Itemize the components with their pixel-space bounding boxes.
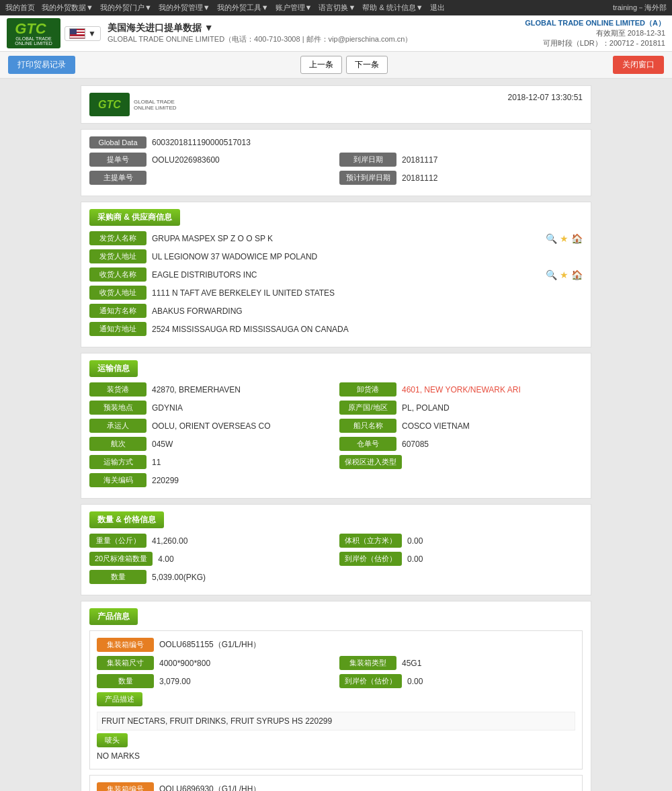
next-button-top[interactable]: 下一条 <box>346 56 388 74</box>
shipper-name-row: 发货人名称 GRUPA MASPEX SP Z O O SP K 🔍 ★ 🏠 <box>89 231 583 245</box>
consignee-name-row: 收货人名称 EAGLE DISTRIBUTORS INC 🔍 ★ 🏠 <box>89 267 583 282</box>
carrier-label: 承运人 <box>89 419 146 433</box>
notify-name-row: 通知方名称 ABAKUS FORWARDING <box>89 304 583 318</box>
transport-card: 运输信息 装货港 42870, BREMERHAVEN 卸货港 4601, NE… <box>81 353 591 499</box>
product-card: 产品信息 集装箱编号 OOLU6851155（G1/L/HH） 集装箱尺寸 40… <box>81 601 591 791</box>
nav-language[interactable]: 语言切换▼ <box>319 3 355 13</box>
contact-info: GLOBAL TRADE ONLINE LIMITED（电话：400-710-3… <box>108 34 525 44</box>
container20-label: 20尺标准箱数量 <box>89 552 153 566</box>
product1-size-label: 集装箱尺寸 <box>97 656 154 670</box>
bonded-row: 保税区进入类型 <box>339 455 583 469</box>
unloading-port-row: 卸货港 4601, NEW YORK/NEWARK ARI <box>339 382 583 397</box>
supplier-section-header: 采购商 & 供应商信息 <box>89 209 180 226</box>
weight-label: 重量（公斤） <box>89 534 146 548</box>
close-button-top[interactable]: 关闭窗口 <box>613 56 664 74</box>
unloading-port-value: 4601, NEW YORK/NEWARK ARI <box>402 385 583 394</box>
nav-trade-data[interactable]: 我的外贸数据▼ <box>42 3 93 13</box>
logo-text: GTC <box>15 22 52 36</box>
company-logo: GTC GLOBAL TRADEONLINE LIMITED <box>7 18 60 48</box>
product2-container-no-label: 集装箱编号 <box>97 782 154 791</box>
dest-row: 预装地点 GDYNIA <box>89 401 333 415</box>
master-bill-label: 主提单号 <box>89 171 146 185</box>
product2-container-no-value: OOLU6896930（G1/L/HH） <box>159 784 575 791</box>
container20-value: 4.00 <box>158 554 333 564</box>
product1-container-no-value: OOLU6851155（G1/L/HH） <box>159 639 575 651</box>
nav-menu[interactable]: 我的首页 我的外贸数据▼ 我的外贸门户▼ 我的外贸管理▼ 我的外贸工具▼ 账户管… <box>5 3 450 13</box>
nav-home[interactable]: 我的首页 <box>5 3 35 13</box>
unloading-port-label: 卸货港 <box>339 382 396 397</box>
loading-port-row: 装货港 42870, BREMERHAVEN <box>89 382 333 397</box>
master-bill-col: 主提单号 <box>89 171 333 189</box>
product-2: 集装箱编号 OOLU6896930（G1/L/HH） 集装箱尺寸 4000*90… <box>89 775 583 791</box>
consignee-addr-row: 收货人地址 1111 N TAFT AVE BERKELEY IL UNITED… <box>89 286 583 300</box>
bill-no-label: 提单号 <box>89 153 146 167</box>
transport-mode-label: 运输方式 <box>89 455 146 469</box>
estimated-date-value: 20181112 <box>402 173 583 183</box>
consignee-name-value-row: EAGLE DISTRIBUTORS INC 🔍 ★ 🏠 <box>152 269 583 280</box>
product1-size-type-row: 集装箱尺寸 4000*900*800 集装箱类型 45G1 <box>97 656 575 674</box>
global-data-label: Global Data <box>89 136 146 149</box>
global-data-row: Global Data 6003201811190000517013 <box>89 136 583 149</box>
notify-addr-row: 通知方地址 2524 MISSISSAUGA RD MISSISSAUGA ON… <box>89 322 583 336</box>
vessel-label: 船只名称 <box>339 419 396 433</box>
product1-type-value: 45G1 <box>402 659 575 668</box>
voyage-label: 航次 <box>89 437 146 451</box>
home-icon-consignee[interactable]: 🏠 <box>571 269 583 280</box>
nav-help[interactable]: 帮助 & 统计信息▼ <box>362 3 423 13</box>
shipper-addr-label: 发货人地址 <box>89 249 146 263</box>
header-bar: GTC GLOBAL TRADEONLINE LIMITED ▼ 美国海关进口提… <box>0 15 672 52</box>
bill-no-value: OOLU2026983600 <box>152 155 333 165</box>
product1-desc-section: 产品描述 FRUIT NECTARS, FRUIT DRINKS, FRUIT … <box>97 692 575 731</box>
origin-value: PL, POLAND <box>402 403 583 413</box>
account-company: GLOBAL TRADE ONLINE LIMITED（A） <box>525 18 665 28</box>
main-content: GTC GLOBAL TRADEONLINE LIMITED 2018-12-0… <box>67 79 605 791</box>
nav-account[interactable]: 账户管理▼ <box>276 3 312 13</box>
star-icon-consignee[interactable]: ★ <box>560 269 569 280</box>
shipper-addr-row: 发货人地址 UL LEGIONOW 37 WADOWICE MP POLAND <box>89 249 583 263</box>
flag-selector[interactable]: ▼ <box>65 26 101 41</box>
prev-button-top[interactable]: 上一条 <box>300 56 342 74</box>
volume-value: 0.00 <box>407 536 583 546</box>
product-section-header: 产品信息 <box>89 608 138 625</box>
bill-row: 提单号 OOLU2026983600 到岸日期 20181117 <box>89 153 583 171</box>
arrival-date-value: 20181117 <box>402 155 583 165</box>
product1-desc-value: FRUIT NECTARS, FRUIT DRINKS, FRUIT SYRUP… <box>97 712 575 731</box>
doc-header: GTC GLOBAL TRADEONLINE LIMITED 2018-12-0… <box>81 85 591 124</box>
global-data-value: 6003201811190000517013 <box>152 138 583 147</box>
nav-portal[interactable]: 我的外贸门户▼ <box>100 3 152 13</box>
shipper-name-label: 发货人名称 <box>89 231 146 245</box>
voyage-row: 航次 045W <box>89 437 333 451</box>
search-icon-consignee[interactable]: 🔍 <box>546 269 557 280</box>
product1-qty-label: 数量 <box>97 674 154 688</box>
product1-container-no-row: 集装箱编号 OOLU6851155（G1/L/HH） <box>97 638 575 652</box>
product1-container-no-label: 集装箱编号 <box>97 638 154 652</box>
flag-dropdown[interactable]: ▼ <box>88 29 96 38</box>
top-navigation: 我的首页 我的外贸数据▼ 我的外贸门户▼ 我的外贸管理▼ 我的外贸工具▼ 账户管… <box>0 0 672 15</box>
product1-desc-label: 产品描述 <box>97 692 142 706</box>
star-icon-shipper[interactable]: ★ <box>560 233 569 244</box>
consignee-name-label: 收货人名称 <box>89 267 146 282</box>
volume-row: 体积（立方米） 0.00 <box>339 534 583 548</box>
transport-section-header: 运输信息 <box>89 360 138 377</box>
nav-logout[interactable]: 退出 <box>430 3 445 13</box>
nav-management[interactable]: 我的外贸管理▼ <box>159 3 210 13</box>
warehouse-row: 仓单号 607085 <box>339 437 583 451</box>
nav-tools[interactable]: 我的外贸工具▼ <box>217 3 269 13</box>
product1-price-row: 到岸价（估价） 0.00 <box>339 674 575 688</box>
qty-row: 数量 5,039.00(PKG) <box>89 570 583 584</box>
bill-no-col: 提单号 OOLU2026983600 <box>89 153 333 171</box>
quantity-section-header: 数量 & 价格信息 <box>89 511 164 528</box>
logo-subtitle: GLOBAL TRADEONLINE LIMITED <box>15 36 52 46</box>
home-icon-shipper[interactable]: 🏠 <box>571 233 583 244</box>
customs-code-value: 220299 <box>152 476 583 485</box>
carrier-vessel-row: 承运人 OOLU, ORIENT OVERSEAS CO 船只名称 COSCO … <box>89 419 583 437</box>
weight-volume-row: 重量（公斤） 41,260.00 体积（立方米） 0.00 <box>89 534 583 552</box>
product1-marks-value: NO MARKS <box>97 750 575 762</box>
product1-qty-price-row: 数量 3,079.00 到岸价（估价） 0.00 <box>97 674 575 692</box>
doc-logo-name: GLOBAL TRADEONLINE LIMITED <box>134 99 177 111</box>
product1-qty-value: 3,079.00 <box>159 677 333 686</box>
print-button-top[interactable]: 打印贸易记录 <box>8 56 75 74</box>
consignee-addr-label: 收货人地址 <box>89 286 146 300</box>
search-icon-shipper[interactable]: 🔍 <box>546 233 557 244</box>
product1-type-label: 集装箱类型 <box>339 656 396 670</box>
